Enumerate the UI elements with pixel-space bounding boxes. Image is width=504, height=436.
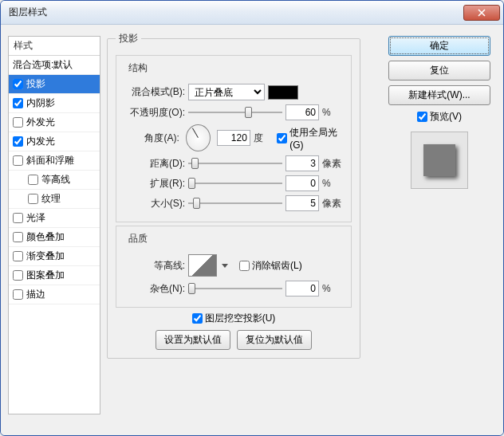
noise-slider[interactable] [188, 281, 282, 296]
contour-row: 等高线: 消除锯齿(L) [123, 254, 345, 277]
angle-dial[interactable] [186, 124, 211, 151]
default-buttons: 设置为默认值 复位为默认值 [116, 330, 352, 350]
blend-mode-row: 混合模式(B): 正片叠底 [123, 84, 345, 100]
style-item-7[interactable]: 光泽 [9, 209, 100, 228]
angle-input[interactable] [217, 130, 250, 146]
style-item-label: 光泽 [26, 211, 45, 225]
style-item-checkbox[interactable] [13, 289, 23, 300]
structure-group: 结构 混合模式(B): 正片叠底 不透明度(O): % 角度(A): [116, 55, 352, 222]
global-light-checkbox[interactable]: 使用全局光(G) [277, 126, 345, 151]
knockout-checkbox[interactable]: 图层挖空投影(U) [192, 312, 276, 325]
angle-row: 角度(A): 度 使用全局光(G) [123, 124, 345, 151]
settings-panel: 投影 结构 混合模式(B): 正片叠底 不透明度(O): % [107, 32, 360, 414]
distance-unit: 像素 [322, 157, 345, 171]
noise-input[interactable] [285, 281, 319, 297]
cancel-button[interactable]: 复位 [388, 61, 490, 81]
spread-input[interactable] [285, 175, 319, 191]
style-item-checkbox[interactable] [13, 232, 23, 242]
distance-row: 距离(D): 像素 [123, 155, 345, 171]
style-item-checkbox[interactable] [13, 270, 23, 281]
style-item-2[interactable]: 外发光 [9, 113, 100, 132]
style-item-9[interactable]: 渐变叠加 [9, 247, 100, 266]
noise-label: 杂色(N): [123, 282, 185, 296]
contour-picker[interactable] [188, 254, 217, 277]
close-icon [478, 9, 486, 17]
window-title: 图层样式 [9, 6, 463, 19]
titlebar: 图层样式 [1, 1, 503, 25]
distance-label: 距离(D): [123, 157, 185, 171]
distance-input[interactable] [285, 155, 319, 171]
preview-checkbox[interactable]: 预览(V) [417, 110, 462, 124]
angle-unit: 度 [254, 132, 274, 145]
style-item-checkbox[interactable] [28, 194, 38, 204]
style-item-0[interactable]: 投影 [9, 75, 100, 94]
style-item-checkbox[interactable] [13, 136, 23, 147]
preview-box [411, 132, 468, 189]
size-row: 大小(S): 像素 [123, 195, 345, 211]
size-input[interactable] [285, 195, 319, 211]
style-item-checkbox[interactable] [13, 251, 23, 261]
right-panel: 确定 复位 新建样式(W)... 预览(V) [383, 36, 496, 189]
size-unit: 像素 [322, 197, 345, 210]
style-item-label: 渐变叠加 [26, 249, 65, 263]
close-button[interactable] [463, 5, 500, 21]
spread-unit: % [322, 178, 345, 189]
spread-row: 扩展(R): % [123, 175, 345, 191]
angle-label: 角度(A): [123, 132, 179, 145]
style-item-checkbox[interactable] [13, 213, 23, 223]
style-item-label: 斜面和浮雕 [26, 154, 74, 167]
style-item-label: 图案叠加 [26, 269, 65, 282]
preview-swatch [423, 144, 455, 176]
quality-group: 品质 等高线: 消除锯齿(L) 杂色(N): % [116, 226, 352, 308]
style-item-label: 内阴影 [26, 96, 55, 110]
style-item-label: 等高线 [41, 173, 70, 187]
style-item-10[interactable]: 图案叠加 [9, 266, 100, 285]
structure-legend: 结构 [126, 61, 150, 75]
noise-unit: % [322, 283, 345, 294]
style-item-label: 投影 [26, 77, 45, 91]
style-item-checkbox[interactable] [13, 155, 23, 166]
opacity-slider[interactable] [188, 105, 282, 120]
new-style-button[interactable]: 新建样式(W)... [388, 85, 490, 105]
opacity-unit: % [322, 107, 345, 118]
effect-title: 投影 [116, 32, 141, 45]
antialias-checkbox[interactable]: 消除锯齿(L) [239, 259, 302, 273]
style-item-checkbox[interactable] [13, 98, 23, 108]
style-item-checkbox[interactable] [13, 79, 23, 89]
chevron-down-icon[interactable] [222, 264, 228, 268]
spread-slider[interactable] [188, 176, 282, 191]
noise-row: 杂色(N): % [123, 281, 345, 297]
style-item-6[interactable]: 纹理 [9, 190, 100, 209]
ok-button[interactable]: 确定 [388, 36, 490, 56]
style-item-checkbox[interactable] [13, 117, 23, 128]
effect-fieldset: 投影 结构 混合模式(B): 正片叠底 不透明度(O): % [107, 32, 360, 359]
blend-mode-label: 混合模式(B): [123, 85, 185, 99]
style-item-label: 颜色叠加 [26, 230, 65, 244]
style-item-3[interactable]: 内发光 [9, 132, 100, 151]
opacity-input[interactable] [285, 104, 319, 120]
style-item-label: 外发光 [26, 116, 55, 129]
spread-label: 扩展(R): [123, 177, 185, 191]
dialog-window: 图层样式 样式 混合选项:默认 投影内阴影外发光内发光斜面和浮雕等高线纹理光泽颜… [0, 0, 504, 436]
knockout-row: 图层挖空投影(U) [116, 312, 352, 325]
shadow-color-swatch[interactable] [268, 85, 298, 100]
opacity-label: 不透明度(O): [123, 106, 185, 120]
distance-slider[interactable] [188, 156, 282, 171]
styles-list: 样式 混合选项:默认 投影内阴影外发光内发光斜面和浮雕等高线纹理光泽颜色叠加渐变… [8, 36, 100, 414]
blend-mode-select[interactable]: 正片叠底 [188, 84, 265, 100]
size-label: 大小(S): [123, 197, 185, 210]
style-item-8[interactable]: 颜色叠加 [9, 228, 100, 247]
set-default-button[interactable]: 设置为默认值 [156, 330, 230, 350]
reset-default-button[interactable]: 复位为默认值 [237, 330, 312, 350]
style-item-1[interactable]: 内阴影 [9, 94, 100, 113]
quality-legend: 品质 [126, 232, 150, 245]
style-item-4[interactable]: 斜面和浮雕 [9, 151, 100, 171]
style-item-label: 内发光 [26, 135, 55, 148]
style-item-11[interactable]: 描边 [9, 285, 100, 304]
opacity-row: 不透明度(O): % [123, 104, 345, 120]
style-item-5[interactable]: 等高线 [9, 171, 100, 190]
dialog-body: 样式 混合选项:默认 投影内阴影外发光内发光斜面和浮雕等高线纹理光泽颜色叠加渐变… [1, 25, 503, 435]
size-slider[interactable] [188, 196, 282, 210]
blend-options-row[interactable]: 混合选项:默认 [9, 56, 100, 75]
style-item-checkbox[interactable] [28, 175, 38, 185]
